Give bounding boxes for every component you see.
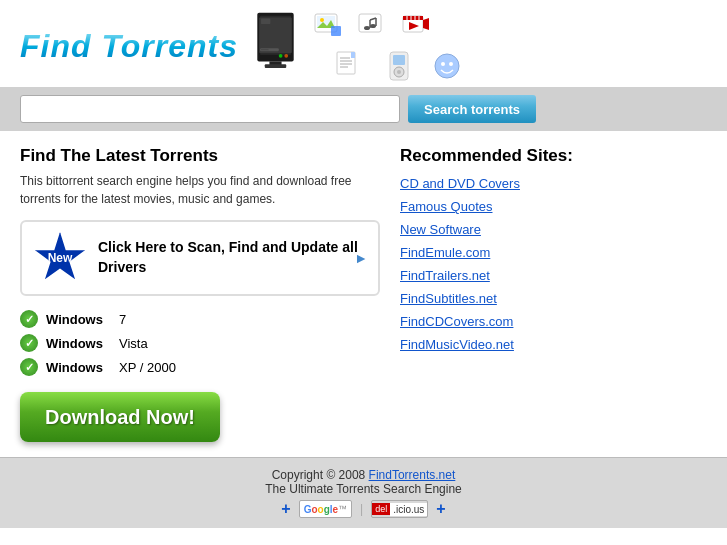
- recommended-title: Recommended Sites:: [400, 146, 600, 166]
- music-icon: [357, 10, 389, 42]
- os-version: Vista: [119, 336, 148, 351]
- recommended-links: CD and DVD Covers Famous Quotes New Soft…: [400, 176, 600, 352]
- recommended-link-cd-dvd[interactable]: CD and DVD Covers: [400, 176, 520, 191]
- page-wrapper: Find Torrents: [0, 0, 727, 545]
- svg-point-16: [364, 26, 370, 30]
- main-content: Find The Latest Torrents This bittorrent…: [0, 131, 727, 457]
- recommended-link-famous-quotes[interactable]: Famous Quotes: [400, 199, 493, 214]
- list-item: ✓ Windows XP / 2000: [20, 358, 380, 376]
- list-item: Famous Quotes: [400, 199, 600, 214]
- list-item: ✓ Windows Vista: [20, 334, 380, 352]
- left-column: Find The Latest Torrents This bittorrent…: [20, 146, 380, 442]
- svg-point-38: [397, 70, 401, 74]
- os-version: XP / 2000: [119, 360, 176, 375]
- section-desc: This bittorrent search engine helps you …: [20, 172, 380, 208]
- os-name: Windows: [46, 336, 111, 351]
- footer-site-link[interactable]: FindTorrents.net: [369, 468, 456, 482]
- file-icons-area: [303, 10, 707, 82]
- file-row-bottom: [333, 50, 463, 82]
- footer-copyright: Copyright © 2008 FindTorrents.net: [20, 468, 707, 482]
- svg-point-8: [284, 54, 288, 58]
- recommended-link-findmusicvideo[interactable]: FindMusicVideo.net: [400, 337, 514, 352]
- footer-icons: + Google™ | del.icio.us +: [20, 500, 707, 518]
- svg-point-41: [449, 62, 453, 66]
- header: Find Torrents: [0, 0, 727, 87]
- download-button[interactable]: Download Now!: [20, 392, 220, 442]
- separator-icon: |: [360, 502, 363, 516]
- recommended-link-findemule[interactable]: FindEmule.com: [400, 245, 490, 260]
- list-item: FindEmule.com: [400, 245, 600, 260]
- recommended-link-new-software[interactable]: New Software: [400, 222, 481, 237]
- avatar-icon: [431, 50, 463, 82]
- svg-point-12: [320, 18, 324, 22]
- svg-marker-28: [423, 18, 429, 30]
- document-icon: [333, 50, 365, 82]
- logo-area: Find Torrents: [20, 11, 303, 81]
- svg-rect-14: [331, 26, 341, 36]
- footer-tagline: The Ultimate Torrents Search Engine: [20, 482, 707, 496]
- driver-text: Click Here to Scan, Find and Update all …: [98, 238, 366, 277]
- plus-icon: +: [281, 500, 290, 518]
- svg-point-39: [435, 54, 459, 78]
- file-row-top: [313, 10, 433, 42]
- play-arrow-icon: ►: [354, 250, 368, 266]
- recommended-link-findcdcovers[interactable]: FindCDCovers.com: [400, 314, 513, 329]
- svg-rect-36: [393, 55, 405, 65]
- os-version: 7: [119, 312, 126, 327]
- list-item: ✓ Windows 7: [20, 310, 380, 328]
- driver-box[interactable]: New Click Here to Scan, Find and Update …: [20, 220, 380, 296]
- new-label: New: [48, 251, 73, 265]
- check-icon: ✓: [20, 310, 38, 328]
- list-item: New Software: [400, 222, 600, 237]
- os-name: Windows: [46, 360, 111, 375]
- google-badge[interactable]: Google™: [299, 500, 352, 518]
- recommended-link-findtrailers[interactable]: FindTrailers.net: [400, 268, 490, 283]
- section-title: Find The Latest Torrents: [20, 146, 380, 166]
- list-item: FindTrailers.net: [400, 268, 600, 283]
- list-item: FindSubtitles.net: [400, 291, 600, 306]
- plus-icon-2: +: [436, 500, 445, 518]
- search-button[interactable]: Search torrents: [408, 95, 536, 123]
- svg-rect-4: [265, 64, 286, 68]
- svg-point-19: [370, 24, 376, 28]
- svg-rect-9: [261, 18, 270, 24]
- search-area: Search torrents: [0, 87, 727, 131]
- ipod-icon: [383, 50, 415, 82]
- svg-marker-30: [351, 52, 355, 58]
- new-badge: New: [34, 232, 86, 284]
- footer: Copyright © 2008 FindTorrents.net The Ul…: [0, 457, 727, 528]
- recommended-link-findsubtitles[interactable]: FindSubtitles.net: [400, 291, 497, 306]
- delicious-badge[interactable]: del.icio.us: [371, 500, 428, 518]
- check-icon: ✓: [20, 334, 38, 352]
- svg-point-40: [441, 62, 445, 66]
- os-name: Windows: [46, 312, 111, 327]
- computer-icon: [248, 11, 303, 81]
- list-item: FindMusicVideo.net: [400, 337, 600, 352]
- right-column: Recommended Sites: CD and DVD Covers Fam…: [400, 146, 600, 442]
- os-list: ✓ Windows 7 ✓ Windows Vista ✓ Windows XP…: [20, 310, 380, 376]
- photo-icon: [313, 10, 345, 42]
- svg-rect-22: [403, 16, 423, 20]
- logo-text: Find Torrents: [20, 28, 238, 65]
- video-icon: [401, 10, 433, 42]
- search-input[interactable]: [20, 95, 400, 123]
- list-item: FindCDCovers.com: [400, 314, 600, 329]
- check-icon: ✓: [20, 358, 38, 376]
- svg-rect-6: [261, 49, 268, 50]
- svg-point-7: [279, 54, 283, 58]
- list-item: CD and DVD Covers: [400, 176, 600, 191]
